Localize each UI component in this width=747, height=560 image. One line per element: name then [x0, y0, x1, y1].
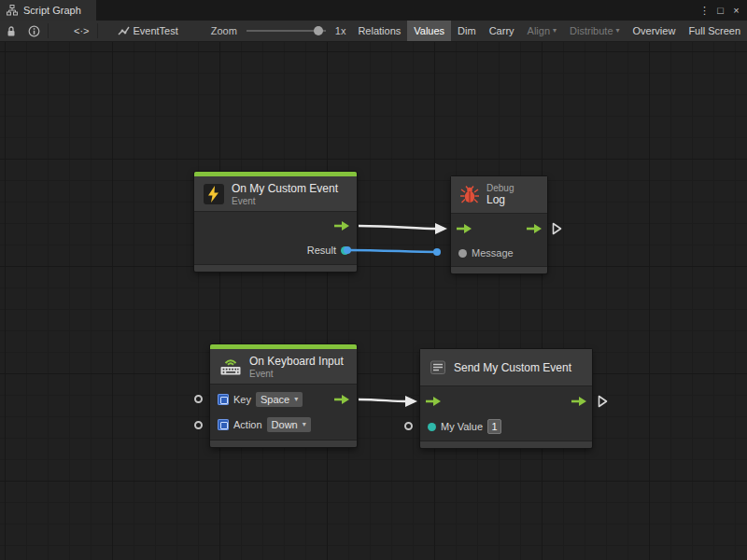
- action-dropdown[interactable]: Down ▾: [267, 417, 311, 432]
- node-title: On Keyboard Input: [249, 355, 344, 368]
- action-value: Down: [272, 419, 298, 430]
- result-label: Result: [307, 245, 336, 256]
- action-row: Action Down ▾: [210, 413, 357, 436]
- code-view-button[interactable]: <·>: [67, 21, 96, 41]
- graph-icon: [118, 25, 130, 36]
- message-input-row: Message: [451, 242, 547, 264]
- chevron-down-icon: ▾: [303, 421, 306, 428]
- tab-script-graph[interactable]: Script Graph: [0, 0, 96, 21]
- result-output-port[interactable]: [341, 246, 349, 255]
- flow-input-port[interactable]: [426, 397, 441, 406]
- tab-title: Script Graph: [23, 5, 81, 16]
- chevron-down-icon: ▾: [553, 27, 557, 35]
- graph-breadcrumb[interactable]: EventTest: [111, 21, 184, 41]
- zoom-slider-handle[interactable]: [314, 26, 323, 35]
- node-footer: [451, 266, 547, 273]
- my-value-input[interactable]: 1: [487, 419, 501, 434]
- info-button[interactable]: [22, 21, 46, 41]
- value-connection-result-to-message: [344, 246, 441, 256]
- align-label: Align: [528, 25, 550, 36]
- close-icon[interactable]: ×: [728, 2, 744, 19]
- zoom-label: Zoom: [205, 21, 243, 41]
- node-title: Send My Custom Event: [454, 361, 571, 374]
- message-label: Message: [472, 247, 514, 259]
- flow-row: [451, 216, 547, 242]
- zoom-slider[interactable]: [247, 21, 326, 41]
- flow-output-port[interactable]: [571, 397, 586, 406]
- flow-output-port[interactable]: [527, 224, 542, 233]
- kebab-menu-icon[interactable]: ⋮: [697, 2, 712, 19]
- flow-output-port[interactable]: [334, 395, 349, 404]
- keyboard-icon: [218, 357, 243, 377]
- relations-button[interactable]: Relations: [351, 21, 407, 41]
- values-button[interactable]: Values: [407, 21, 451, 41]
- keycode-type-icon: [218, 394, 229, 405]
- lightning-icon: [203, 183, 225, 205]
- result-output-row: Result: [194, 238, 357, 262]
- bug-icon: [459, 185, 480, 205]
- node-debug-log[interactable]: Debug Log Message: [451, 176, 547, 273]
- overview-label: Overview: [633, 25, 676, 36]
- flow-output-row: [194, 214, 357, 238]
- node-header: On My Custom Event Event: [194, 176, 357, 212]
- toolbar-separator: [48, 23, 49, 38]
- node-category: Debug: [486, 183, 514, 193]
- node-subtitle: Event: [249, 369, 344, 379]
- node-on-keyboard-input[interactable]: On Keyboard Input Event Key Space ▾ Acti…: [210, 344, 357, 447]
- distribute-label: Distribute: [570, 25, 613, 36]
- node-footer: [420, 441, 592, 448]
- my-value-row: My Value 1: [420, 414, 592, 439]
- zoom-value: 1x: [330, 21, 352, 41]
- message-input-port[interactable]: [458, 249, 467, 258]
- values-label: Values: [414, 25, 444, 36]
- fullscreen-button[interactable]: Full Screen: [682, 21, 747, 41]
- code-view-icon: <·>: [74, 25, 90, 36]
- node-body: Message: [451, 214, 547, 266]
- overview-button[interactable]: Overview: [627, 21, 683, 41]
- unconnected-port-indicator[interactable]: [404, 422, 413, 430]
- key-dropdown[interactable]: Space ▾: [256, 392, 303, 407]
- send-event-icon: [429, 359, 447, 376]
- info-icon: [28, 25, 40, 37]
- unconnected-port-indicator[interactable]: [194, 395, 203, 403]
- node-send-my-custom-event[interactable]: Send My Custom Event My Value 1: [420, 349, 592, 448]
- carry-button[interactable]: Carry: [483, 21, 521, 41]
- action-label: Action: [233, 419, 262, 430]
- unconnected-port-indicator[interactable]: [194, 421, 203, 429]
- flow-row: [420, 388, 592, 414]
- graph-canvas[interactable]: On My Custom Event Event Result: [0, 42, 747, 560]
- align-button[interactable]: Align ▾: [521, 21, 563, 41]
- my-value-input-port[interactable]: [428, 423, 436, 431]
- flow-output-port[interactable]: [334, 221, 349, 231]
- node-header: On Keyboard Input Event: [210, 349, 357, 385]
- graph-toolbar: <·> EventTest Zoom 1x Relations Values D…: [0, 21, 747, 42]
- my-value-label: My Value: [441, 421, 483, 432]
- fullscreen-label: Full Screen: [688, 25, 740, 36]
- carry-label: Carry: [489, 25, 514, 36]
- node-body: Key Space ▾ Action Down ▾: [210, 385, 357, 440]
- node-header: Send My Custom Event: [420, 349, 592, 386]
- relation-triangle-icon[interactable]: [552, 222, 562, 235]
- key-label: Key: [233, 394, 251, 405]
- dim-label: Dim: [458, 25, 476, 36]
- distribute-button[interactable]: Distribute ▾: [563, 21, 626, 41]
- node-body: My Value 1: [420, 386, 592, 441]
- relation-triangle-icon[interactable]: [598, 395, 608, 408]
- node-on-my-custom-event[interactable]: On My Custom Event Event Result: [194, 172, 357, 272]
- flow-connection-keyboard-to-send: [359, 396, 417, 407]
- key-value: Space: [261, 394, 289, 405]
- relations-label: Relations: [358, 25, 401, 36]
- node-header: Debug Log: [451, 176, 547, 214]
- script-graph-icon: [7, 5, 18, 16]
- flow-input-port[interactable]: [457, 224, 472, 233]
- dim-button[interactable]: Dim: [451, 21, 483, 41]
- node-body: Result: [194, 212, 357, 264]
- connections-layer: [0, 42, 747, 560]
- lock-button[interactable]: [0, 21, 22, 41]
- node-title: On My Custom Event: [232, 182, 338, 195]
- lock-icon: [6, 25, 17, 37]
- chevron-down-icon: ▾: [294, 396, 298, 403]
- maximize-icon[interactable]: □: [712, 2, 728, 19]
- tab-bar: Script Graph ⋮ □ ×: [0, 0, 747, 21]
- node-title: Log: [486, 193, 514, 206]
